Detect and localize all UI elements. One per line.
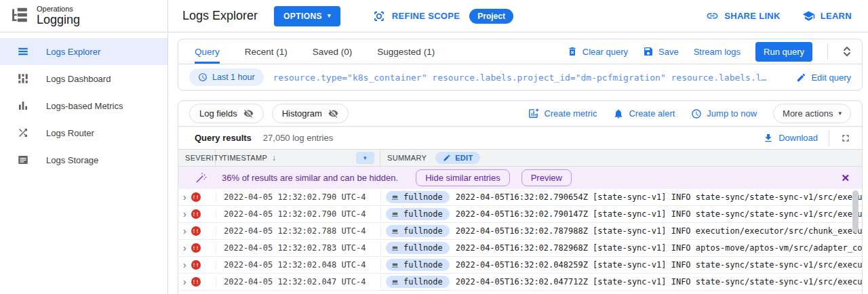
severity-cell: › !!	[178, 260, 216, 270]
expand-chevron-icon[interactable]: ›	[183, 209, 186, 219]
chevron-down-icon: ▾	[363, 154, 367, 161]
product-title: Logging	[37, 14, 80, 27]
share-link-button[interactable]: SHARE LINK	[706, 9, 780, 22]
resource-badge[interactable]: fullnode	[386, 259, 450, 271]
toolbar-right: Create metric Create alert Jump to now M…	[528, 104, 851, 123]
resource-badge-label: fullnode	[403, 192, 443, 202]
tab-label: Recent (1)	[245, 47, 288, 57]
fullscreen-icon[interactable]	[840, 133, 851, 144]
more-actions-button[interactable]: More actions ▾	[773, 104, 851, 123]
app-header: Operations Logging Logs Explorer OPTIONS…	[0, 0, 868, 33]
learn-button[interactable]: LEARN	[802, 9, 852, 22]
pencil-icon	[796, 72, 806, 83]
sidebar-item-label: Logs-based Metrics	[46, 101, 123, 111]
download-button[interactable]: Download	[763, 133, 818, 144]
log-row[interactable]: › !! 2022-04-05 12:32:02.047 UTC-4 fulln…	[178, 274, 862, 291]
expand-chevron-icon[interactable]: ›	[183, 277, 186, 287]
sidebar-item-label: Logs Explorer	[46, 47, 100, 57]
container-icon	[391, 278, 399, 286]
scrollbar-thumb[interactable]	[852, 190, 859, 232]
sidebar-item-logs-storage[interactable]: Logs Storage	[0, 146, 167, 173]
sort-descending-icon[interactable]: ↓	[272, 153, 276, 163]
sidebar-item-label: Logs Dashboard	[46, 74, 111, 84]
timestamp-dropdown-button[interactable]: ▾	[356, 152, 374, 164]
stream-logs-label: Stream logs	[694, 47, 741, 57]
time-range-label: Last 1 hour	[212, 72, 255, 82]
create-metric-button[interactable]: Create metric	[528, 108, 597, 119]
page-title: Logs Explorer	[182, 9, 258, 23]
resource-badge[interactable]: fullnode	[386, 208, 450, 220]
stream-logs-button[interactable]: Stream logs	[694, 47, 741, 57]
histogram-toggle[interactable]: Histogram	[272, 104, 349, 123]
clear-query-button[interactable]: Clear query	[567, 46, 628, 57]
expand-chevron-icon[interactable]: ›	[183, 243, 186, 253]
logging-logo-icon	[11, 6, 28, 26]
tab-query[interactable]: Query	[195, 39, 220, 64]
log-fields-toggle[interactable]: Log fields	[189, 104, 264, 123]
log-row[interactable]: › !! 2022-04-05 12:32:02.790 UTC-4 fulln…	[178, 189, 862, 206]
resource-badge[interactable]: fullnode	[386, 242, 450, 254]
tab-saved[interactable]: Saved (0)	[313, 39, 353, 64]
results-card: Log fields Histogram Create metric	[178, 100, 863, 294]
options-button[interactable]: OPTIONS ▾	[274, 6, 340, 26]
create-alert-button[interactable]: Create alert	[613, 108, 675, 119]
divider	[829, 130, 829, 146]
sidebar: Logs Explorer Logs Dashboard Logs-based …	[0, 33, 168, 294]
severity-cell: › !!	[178, 209, 216, 219]
results-header: Query results 27,050 log entries Downloa…	[178, 127, 862, 149]
scope-project-badge[interactable]: Project	[469, 9, 513, 24]
logs-explorer-icon	[17, 45, 29, 58]
timestamp-cell: 2022-04-05 12:32:02.788 UTC-4	[216, 226, 380, 236]
hide-similar-entries-button[interactable]: Hide similar entries	[416, 169, 510, 186]
jump-to-now-button[interactable]: Jump to now	[691, 108, 757, 119]
log-row[interactable]: › !! 2022-04-05 12:32:02.790 UTC-4 fulln…	[178, 206, 862, 223]
expand-chevron-icon[interactable]: ›	[183, 192, 186, 202]
sidebar-item-logs-explorer[interactable]: Logs Explorer	[0, 38, 167, 65]
log-row[interactable]: › !! 2022-04-05 12:32:02.788 UTC-4 fulln…	[178, 223, 862, 240]
time-range-pill[interactable]: Last 1 hour	[189, 68, 264, 86]
sidebar-item-logs-dashboard[interactable]: Logs Dashboard	[0, 65, 167, 92]
timestamp-cell: 2022-04-05 12:32:02.790 UTC-4	[216, 209, 380, 219]
expand-chevron-icon[interactable]: ›	[183, 260, 186, 270]
tab-label: Saved (0)	[313, 47, 353, 57]
query-input[interactable]: resource.type="k8s_container" resource.l…	[273, 72, 787, 83]
sidebar-item-logs-router[interactable]: Logs Router	[0, 119, 167, 146]
tab-recent[interactable]: Recent (1)	[245, 39, 288, 64]
results-count: 27,050 log entries	[263, 133, 333, 143]
edit-summary-button[interactable]: EDIT	[435, 152, 480, 164]
timestamp-cell: 2022-04-05 12:32:02.790 UTC-4	[216, 192, 380, 202]
severity-cell: › !!	[178, 277, 216, 287]
resource-badge-label: fullnode	[403, 226, 443, 236]
summary-cell: fullnode 2022-04-05T16:32:02.047712Z [st…	[380, 276, 862, 288]
container-icon	[391, 245, 399, 252]
table-header-row: SEVERITY TIMESTAMP ↓ ▾ SUMMARY EDIT	[178, 149, 862, 167]
collapse-expand-icon[interactable]	[843, 46, 851, 57]
resource-badge[interactable]: fullnode	[386, 225, 450, 237]
refine-scope-button[interactable]: REFINE SCOPE	[373, 10, 460, 22]
run-query-button[interactable]: Run query	[755, 42, 812, 62]
sidebar-item-logs-based-metrics[interactable]: Logs-based Metrics	[0, 92, 167, 119]
log-rows: › !! 2022-04-05 12:32:02.790 UTC-4 fulln…	[178, 189, 862, 291]
save-button[interactable]: Save	[643, 46, 679, 57]
log-message: 2022-04-05T16:32:02.787988Z [state-sync-…	[456, 226, 862, 236]
resource-badge[interactable]: fullnode	[386, 191, 450, 203]
edit-query-button[interactable]: Edit query	[796, 72, 851, 83]
resource-badge-label: fullnode	[403, 209, 443, 219]
resource-badge[interactable]: fullnode	[386, 276, 450, 288]
log-row[interactable]: › !! 2022-04-05 12:32:02.783 UTC-4 fulln…	[178, 240, 862, 257]
results-header-right: Download	[763, 130, 851, 146]
tab-suggested[interactable]: Suggested (1)	[377, 39, 435, 64]
column-header-timestamp[interactable]: TIMESTAMP ↓ ▾	[216, 150, 380, 166]
close-icon[interactable]: ✕	[841, 172, 850, 184]
options-button-label: OPTIONS	[283, 12, 322, 21]
clock-icon	[691, 108, 702, 119]
more-actions-label: More actions	[783, 108, 833, 119]
log-row[interactable]: › !! 2022-04-05 12:32:02.048 UTC-4 fulln…	[178, 257, 862, 274]
similar-entries-banner: 36% of results are similar and can be hi…	[178, 167, 862, 189]
logs-dashboard-icon	[17, 72, 29, 85]
expand-chevron-icon[interactable]: ›	[183, 226, 186, 236]
container-icon	[391, 228, 399, 235]
timestamp-cell: 2022-04-05 12:32:02.048 UTC-4	[216, 260, 380, 270]
preview-button[interactable]: Preview	[521, 169, 572, 186]
column-header-severity[interactable]: SEVERITY	[178, 150, 216, 166]
